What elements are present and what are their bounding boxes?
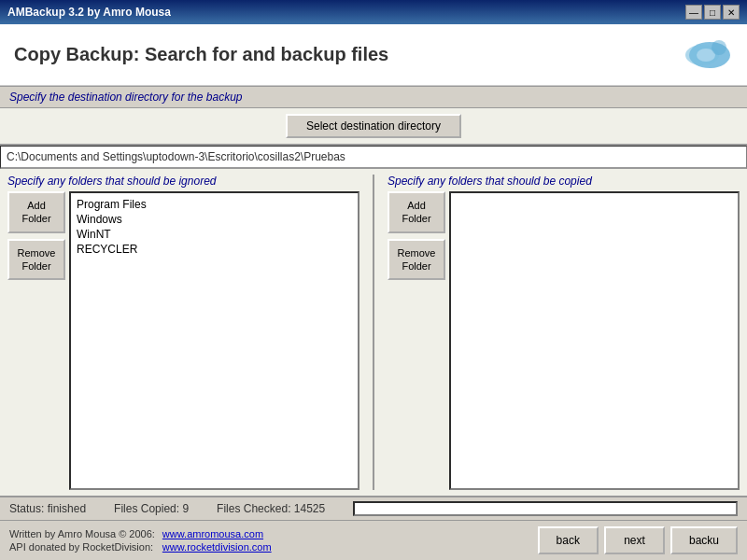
- ignored-folders-list[interactable]: Program Files Windows WinNT RECYCLER: [69, 191, 359, 490]
- footer-credits: Written by Amro Mousa © 2006: www.amromo…: [9, 528, 272, 553]
- progress-bar: [353, 501, 738, 516]
- status-bar: Status: finished Files Copied: 9 Files C…: [0, 496, 747, 520]
- svg-point-3: [712, 40, 726, 55]
- backup-button[interactable]: backu: [670, 526, 738, 554]
- window-title: AMBackup 3.2 by Amro Mousa: [7, 6, 171, 19]
- rocketdivision-link[interactable]: www.rocketdivision.com: [162, 541, 272, 553]
- credit-line1: Written by Amro Mousa © 2006:: [9, 528, 155, 539]
- main-window: Copy Backup: Search for and backup files…: [0, 24, 747, 560]
- close-button[interactable]: ✕: [723, 5, 740, 20]
- copied-remove-folder-button[interactable]: RemoveFolder: [388, 239, 445, 281]
- page-header: Copy Backup: Search for and backup files: [0, 24, 747, 86]
- list-item: Program Files: [75, 197, 354, 212]
- folders-section: Specify any folders that should be ignor…: [0, 169, 747, 496]
- list-item: Windows: [75, 212, 354, 227]
- panels-divider: [373, 175, 374, 490]
- logo-icon: [682, 36, 733, 74]
- files-copied: Files Copied: 9: [114, 502, 189, 515]
- page-title: Copy Backup: Search for and backup files: [14, 44, 388, 65]
- maximize-button[interactable]: □: [704, 5, 721, 20]
- copied-folders-panel: Specify any folders that should be copie…: [388, 175, 740, 490]
- ignored-folder-buttons: AddFolder RemoveFolder: [7, 191, 65, 490]
- destination-section-label: Specify the destination directory for th…: [0, 86, 747, 108]
- copied-add-folder-button[interactable]: AddFolder: [388, 191, 445, 233]
- next-button[interactable]: next: [604, 526, 665, 554]
- copied-folder-buttons: AddFolder RemoveFolder: [388, 191, 445, 490]
- ignored-folders-label: Specify any folders that should be ignor…: [7, 175, 359, 188]
- copied-folders-label: Specify any folders that should be copie…: [388, 175, 740, 188]
- list-item: RECYCLER: [75, 242, 354, 257]
- list-item: WinNT: [75, 227, 354, 242]
- status-text: Status: finished: [9, 502, 86, 515]
- amromousa-link[interactable]: www.amromousa.com: [162, 528, 272, 539]
- ignored-folders-panel: Specify any folders that should be ignor…: [7, 175, 359, 490]
- minimize-button[interactable]: —: [685, 5, 702, 20]
- destination-row: Select destination directory: [0, 108, 747, 146]
- navigation-buttons: back next backu: [538, 526, 738, 554]
- logo-area: [677, 34, 733, 76]
- back-button[interactable]: back: [538, 526, 599, 554]
- ignored-folders-inner: AddFolder RemoveFolder Program Files Win…: [7, 191, 359, 490]
- window-controls: — □ ✕: [685, 5, 740, 20]
- footer: Written by Amro Mousa © 2006: www.amromo…: [0, 520, 747, 560]
- ignored-remove-folder-button[interactable]: RemoveFolder: [7, 239, 65, 281]
- destination-path: C:\Documents and Settings\uptodown-3\Esc…: [0, 146, 747, 169]
- credit-line2: API donated by RocketDivision:: [9, 541, 155, 553]
- files-checked: Files Checked: 14525: [217, 502, 325, 515]
- copied-folders-list[interactable]: [449, 191, 740, 490]
- select-destination-button[interactable]: Select destination directory: [286, 114, 461, 138]
- title-bar: AMBackup 3.2 by Amro Mousa — □ ✕: [0, 0, 747, 24]
- ignored-add-folder-button[interactable]: AddFolder: [7, 191, 65, 233]
- copied-folders-inner: AddFolder RemoveFolder: [388, 191, 740, 490]
